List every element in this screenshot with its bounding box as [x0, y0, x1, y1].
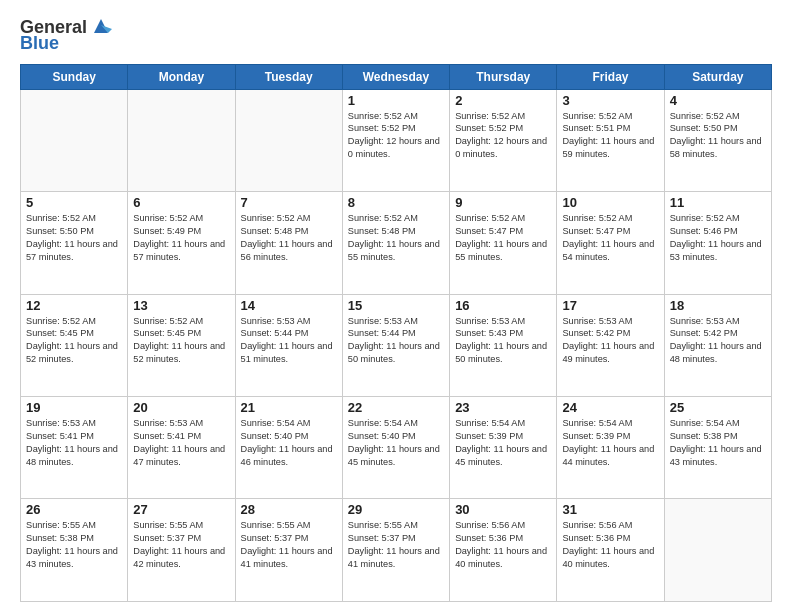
calendar-cell: 20Sunrise: 5:53 AMSunset: 5:41 PMDayligh… — [128, 397, 235, 499]
calendar-cell: 26Sunrise: 5:55 AMSunset: 5:38 PMDayligh… — [21, 499, 128, 602]
calendar-cell: 22Sunrise: 5:54 AMSunset: 5:40 PMDayligh… — [342, 397, 449, 499]
logo-text-blue: Blue — [20, 34, 59, 54]
calendar-cell: 19Sunrise: 5:53 AMSunset: 5:41 PMDayligh… — [21, 397, 128, 499]
day-info: Sunrise: 5:52 AMSunset: 5:49 PMDaylight:… — [133, 212, 229, 264]
day-info: Sunrise: 5:52 AMSunset: 5:47 PMDaylight:… — [562, 212, 658, 264]
day-number: 31 — [562, 502, 658, 517]
day-info: Sunrise: 5:55 AMSunset: 5:37 PMDaylight:… — [133, 519, 229, 571]
day-number: 15 — [348, 298, 444, 313]
calendar-cell: 16Sunrise: 5:53 AMSunset: 5:43 PMDayligh… — [450, 294, 557, 396]
day-info: Sunrise: 5:52 AMSunset: 5:51 PMDaylight:… — [562, 110, 658, 162]
day-number: 22 — [348, 400, 444, 415]
day-info: Sunrise: 5:52 AMSunset: 5:45 PMDaylight:… — [26, 315, 122, 367]
weekday-header-monday: Monday — [128, 64, 235, 89]
calendar-cell: 6Sunrise: 5:52 AMSunset: 5:49 PMDaylight… — [128, 192, 235, 294]
calendar-cell: 10Sunrise: 5:52 AMSunset: 5:47 PMDayligh… — [557, 192, 664, 294]
page: General Blue SundayMondayTuesdayWednesda… — [0, 0, 792, 612]
weekday-header-friday: Friday — [557, 64, 664, 89]
logo: General Blue — [20, 18, 112, 54]
day-number: 28 — [241, 502, 337, 517]
calendar-week-row: 19Sunrise: 5:53 AMSunset: 5:41 PMDayligh… — [21, 397, 772, 499]
day-number: 30 — [455, 502, 551, 517]
calendar-cell: 2Sunrise: 5:52 AMSunset: 5:52 PMDaylight… — [450, 89, 557, 191]
calendar-cell: 4Sunrise: 5:52 AMSunset: 5:50 PMDaylight… — [664, 89, 771, 191]
day-info: Sunrise: 5:52 AMSunset: 5:45 PMDaylight:… — [133, 315, 229, 367]
calendar-cell: 21Sunrise: 5:54 AMSunset: 5:40 PMDayligh… — [235, 397, 342, 499]
calendar-cell: 13Sunrise: 5:52 AMSunset: 5:45 PMDayligh… — [128, 294, 235, 396]
day-number: 21 — [241, 400, 337, 415]
day-number: 16 — [455, 298, 551, 313]
day-number: 1 — [348, 93, 444, 108]
calendar-cell: 23Sunrise: 5:54 AMSunset: 5:39 PMDayligh… — [450, 397, 557, 499]
day-info: Sunrise: 5:56 AMSunset: 5:36 PMDaylight:… — [455, 519, 551, 571]
day-info: Sunrise: 5:52 AMSunset: 5:52 PMDaylight:… — [455, 110, 551, 162]
day-number: 24 — [562, 400, 658, 415]
calendar-cell: 15Sunrise: 5:53 AMSunset: 5:44 PMDayligh… — [342, 294, 449, 396]
calendar-cell: 25Sunrise: 5:54 AMSunset: 5:38 PMDayligh… — [664, 397, 771, 499]
day-info: Sunrise: 5:53 AMSunset: 5:44 PMDaylight:… — [241, 315, 337, 367]
calendar-cell: 27Sunrise: 5:55 AMSunset: 5:37 PMDayligh… — [128, 499, 235, 602]
header: General Blue — [20, 18, 772, 54]
day-info: Sunrise: 5:55 AMSunset: 5:38 PMDaylight:… — [26, 519, 122, 571]
day-number: 19 — [26, 400, 122, 415]
day-number: 14 — [241, 298, 337, 313]
day-number: 10 — [562, 195, 658, 210]
calendar-week-row: 5Sunrise: 5:52 AMSunset: 5:50 PMDaylight… — [21, 192, 772, 294]
day-number: 3 — [562, 93, 658, 108]
calendar-cell — [235, 89, 342, 191]
day-info: Sunrise: 5:53 AMSunset: 5:43 PMDaylight:… — [455, 315, 551, 367]
day-info: Sunrise: 5:53 AMSunset: 5:42 PMDaylight:… — [562, 315, 658, 367]
calendar-cell: 7Sunrise: 5:52 AMSunset: 5:48 PMDaylight… — [235, 192, 342, 294]
weekday-header-tuesday: Tuesday — [235, 64, 342, 89]
day-info: Sunrise: 5:54 AMSunset: 5:38 PMDaylight:… — [670, 417, 766, 469]
calendar-cell — [128, 89, 235, 191]
day-info: Sunrise: 5:55 AMSunset: 5:37 PMDaylight:… — [348, 519, 444, 571]
day-number: 26 — [26, 502, 122, 517]
calendar-cell: 14Sunrise: 5:53 AMSunset: 5:44 PMDayligh… — [235, 294, 342, 396]
day-info: Sunrise: 5:54 AMSunset: 5:40 PMDaylight:… — [241, 417, 337, 469]
day-info: Sunrise: 5:54 AMSunset: 5:39 PMDaylight:… — [455, 417, 551, 469]
day-number: 7 — [241, 195, 337, 210]
day-info: Sunrise: 5:54 AMSunset: 5:39 PMDaylight:… — [562, 417, 658, 469]
calendar-cell: 29Sunrise: 5:55 AMSunset: 5:37 PMDayligh… — [342, 499, 449, 602]
weekday-header-saturday: Saturday — [664, 64, 771, 89]
calendar-week-row: 26Sunrise: 5:55 AMSunset: 5:38 PMDayligh… — [21, 499, 772, 602]
day-info: Sunrise: 5:55 AMSunset: 5:37 PMDaylight:… — [241, 519, 337, 571]
weekday-header-sunday: Sunday — [21, 64, 128, 89]
calendar-cell: 31Sunrise: 5:56 AMSunset: 5:36 PMDayligh… — [557, 499, 664, 602]
day-number: 27 — [133, 502, 229, 517]
calendar-cell: 9Sunrise: 5:52 AMSunset: 5:47 PMDaylight… — [450, 192, 557, 294]
day-info: Sunrise: 5:52 AMSunset: 5:46 PMDaylight:… — [670, 212, 766, 264]
day-number: 17 — [562, 298, 658, 313]
weekday-header-row: SundayMondayTuesdayWednesdayThursdayFrid… — [21, 64, 772, 89]
day-number: 11 — [670, 195, 766, 210]
calendar-cell — [21, 89, 128, 191]
day-info: Sunrise: 5:52 AMSunset: 5:52 PMDaylight:… — [348, 110, 444, 162]
day-info: Sunrise: 5:53 AMSunset: 5:41 PMDaylight:… — [26, 417, 122, 469]
day-number: 2 — [455, 93, 551, 108]
calendar-cell: 12Sunrise: 5:52 AMSunset: 5:45 PMDayligh… — [21, 294, 128, 396]
day-number: 29 — [348, 502, 444, 517]
weekday-header-wednesday: Wednesday — [342, 64, 449, 89]
day-info: Sunrise: 5:53 AMSunset: 5:42 PMDaylight:… — [670, 315, 766, 367]
calendar-week-row: 12Sunrise: 5:52 AMSunset: 5:45 PMDayligh… — [21, 294, 772, 396]
day-info: Sunrise: 5:56 AMSunset: 5:36 PMDaylight:… — [562, 519, 658, 571]
calendar-cell: 24Sunrise: 5:54 AMSunset: 5:39 PMDayligh… — [557, 397, 664, 499]
day-number: 23 — [455, 400, 551, 415]
day-info: Sunrise: 5:53 AMSunset: 5:41 PMDaylight:… — [133, 417, 229, 469]
calendar-cell: 30Sunrise: 5:56 AMSunset: 5:36 PMDayligh… — [450, 499, 557, 602]
calendar-week-row: 1Sunrise: 5:52 AMSunset: 5:52 PMDaylight… — [21, 89, 772, 191]
svg-marker-0 — [94, 19, 108, 33]
logo-icon — [90, 15, 112, 37]
day-number: 8 — [348, 195, 444, 210]
calendar-cell: 18Sunrise: 5:53 AMSunset: 5:42 PMDayligh… — [664, 294, 771, 396]
day-info: Sunrise: 5:54 AMSunset: 5:40 PMDaylight:… — [348, 417, 444, 469]
day-number: 18 — [670, 298, 766, 313]
calendar-cell: 1Sunrise: 5:52 AMSunset: 5:52 PMDaylight… — [342, 89, 449, 191]
day-number: 13 — [133, 298, 229, 313]
calendar-cell: 8Sunrise: 5:52 AMSunset: 5:48 PMDaylight… — [342, 192, 449, 294]
day-info: Sunrise: 5:52 AMSunset: 5:50 PMDaylight:… — [26, 212, 122, 264]
day-info: Sunrise: 5:52 AMSunset: 5:47 PMDaylight:… — [455, 212, 551, 264]
calendar-cell: 11Sunrise: 5:52 AMSunset: 5:46 PMDayligh… — [664, 192, 771, 294]
weekday-header-thursday: Thursday — [450, 64, 557, 89]
